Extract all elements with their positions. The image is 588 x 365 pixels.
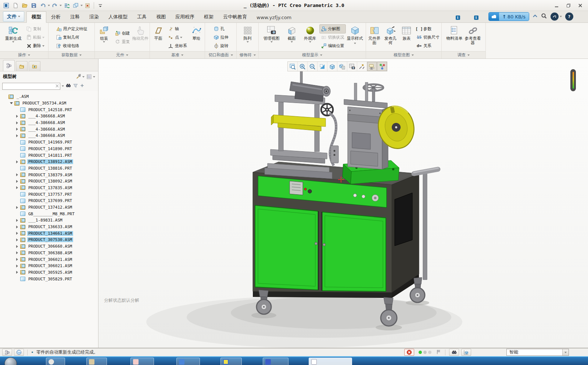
expand-arrow[interactable] — [9, 101, 14, 106]
tree-item[interactable]: PRODUCT_305829.PRT — [0, 276, 98, 282]
tree-item[interactable]: ___4-386668.ASM — [0, 126, 98, 132]
group-label-get-data[interactable]: 获取数据 — [49, 51, 94, 59]
group-label-component[interactable]: 元件 — [95, 51, 150, 59]
minimize-button[interactable] — [554, 3, 559, 8]
tree-item[interactable]: PRODUCT_137835.ASM — [0, 185, 98, 191]
tree-search-input[interactable] — [2, 83, 60, 90]
datum-axis-button[interactable]: 轴 — [166, 25, 188, 33]
expand-arrow[interactable] — [15, 153, 19, 157]
expand-arrow[interactable] — [15, 277, 19, 281]
tree-item[interactable]: PRODUCT_134661.ASM — [0, 230, 98, 237]
community-dropdown[interactable] — [560, 16, 562, 17]
favorites-tab[interactable] — [29, 61, 40, 71]
switch-windows-button[interactable] — [71, 1, 80, 10]
zoom-out-button[interactable] — [308, 62, 318, 71]
search-options-dropdown[interactable] — [62, 85, 64, 87]
tree-item[interactable]: ___4-386668.ASM — [0, 132, 98, 139]
tree-item[interactable]: ___1-89831.ASM — [0, 217, 98, 224]
bom-button[interactable]: i 物料清单 — [446, 24, 463, 51]
expand-arrow[interactable] — [15, 127, 19, 131]
customize-toolbar-button[interactable] — [96, 1, 105, 10]
saved-orientations-button[interactable] — [337, 62, 347, 71]
tree-item[interactable]: PRODUCT_141890.PRT — [0, 146, 98, 152]
toggle-navigator-button[interactable] — [2, 349, 12, 356]
expand-arrow[interactable] — [15, 199, 19, 203]
ribbon-tab[interactable]: 框架 — [199, 12, 218, 22]
expand-arrow[interactable] — [15, 134, 19, 138]
datum-point-button[interactable]: 点 — [166, 33, 188, 42]
tree-item[interactable]: PRODUCT_306660.ASM — [0, 243, 98, 250]
expand-arrow[interactable] — [15, 114, 19, 118]
spin-center-button[interactable] — [377, 62, 387, 71]
expand-arrow[interactable] — [15, 251, 19, 255]
taskbar-app-button[interactable] — [176, 358, 200, 365]
taskbar-app-button[interactable] — [309, 358, 352, 365]
expand-arrow[interactable] — [15, 107, 19, 112]
filter-dropdown-icon[interactable] — [562, 349, 569, 355]
group-label-datum[interactable]: 基准 — [150, 51, 205, 59]
redo-button[interactable] — [50, 1, 59, 10]
close-button[interactable] — [578, 3, 583, 8]
tree-item[interactable]: PRODUCT_306021.ASM — [0, 263, 98, 269]
tree-item[interactable]: PRODUCT_305925.ASM — [0, 269, 98, 276]
close-window-button[interactable] — [83, 1, 92, 10]
reference-viewer-button[interactable]: i 参考查看器 — [464, 24, 482, 51]
find-button[interactable] — [65, 83, 71, 89]
community-icon[interactable] — [551, 13, 559, 21]
view-manager-button[interactable] — [347, 62, 357, 71]
expand-arrow[interactable] — [15, 244, 19, 249]
repaint-button[interactable] — [318, 62, 327, 71]
datum-plane-button[interactable]: 平面 — [151, 24, 166, 51]
ribbon-tab[interactable]: 注释 — [65, 12, 85, 22]
tree-item[interactable]: PRODUCT_137699.PRT — [0, 198, 98, 204]
component-interface-button[interactable]: 元件界面 — [367, 24, 382, 51]
add-filter-button[interactable] — [80, 83, 85, 89]
model-tree-tab[interactable] — [3, 60, 15, 71]
ribbon-tab[interactable]: 人体模型 — [104, 12, 132, 22]
display-style-button[interactable]: 显示样式 — [346, 24, 364, 51]
taskbar-app-button[interactable] — [263, 358, 288, 365]
switch-windows-dropdown[interactable] — [80, 5, 83, 6]
regenerate-button[interactable]: 重新生成 — [3, 24, 24, 51]
expand-arrow[interactable] — [15, 218, 19, 223]
taskbar-app-button[interactable] — [86, 358, 107, 365]
delete-button[interactable]: 删除 — [25, 42, 46, 50]
undo-dropdown[interactable] — [48, 5, 50, 6]
copy-geometry-button[interactable]: 复制几何 — [55, 33, 89, 42]
redo-dropdown[interactable] — [60, 5, 62, 6]
manage-views-button[interactable]: 管理视图 — [261, 24, 282, 51]
graphics-area[interactable]: 分解状态默认分解 — [98, 59, 588, 348]
toggle-browser-button[interactable] — [14, 349, 24, 356]
edit-position-button[interactable]: 编辑位置 — [320, 42, 345, 50]
search-model-button[interactable] — [449, 349, 459, 356]
ribbon-tab[interactable]: 分析 — [46, 12, 65, 22]
ribbon-tab[interactable]: 工具 — [132, 12, 151, 22]
tree-item[interactable]: PRODUCT_137412.ASM — [0, 204, 98, 211]
new-file-button[interactable] — [11, 1, 20, 10]
expand-arrow[interactable] — [15, 121, 19, 125]
group-label-investigate[interactable]: 调查 — [442, 51, 485, 59]
refit-button[interactable] — [288, 62, 298, 71]
taskbar-app-button[interactable] — [130, 358, 154, 365]
display-style-toggle-button[interactable] — [327, 62, 337, 71]
shrinkwrap-button[interactable]: 收缩包络 — [55, 42, 89, 50]
tree-item[interactable]: _.ASM — [0, 93, 98, 100]
expand-arrow[interactable] — [15, 146, 19, 151]
group-label-operations[interactable]: 操作 — [0, 51, 48, 59]
tree-item[interactable]: ___4-386668.ASM — [0, 113, 98, 120]
search-button[interactable] — [541, 13, 547, 20]
tree-item[interactable]: PRODUCT_306388.ASM — [0, 250, 98, 256]
ribbon-tab[interactable]: www.yzfjy.com — [252, 13, 296, 22]
save-button[interactable] — [29, 1, 38, 10]
tree-item[interactable]: PRODUCT_138912.ASM — [0, 159, 98, 165]
filter-button[interactable] — [73, 83, 78, 89]
expand-arrow[interactable] — [15, 185, 19, 190]
family-table-button[interactable]: 族表 — [399, 24, 414, 51]
datum-display-filters-button[interactable] — [357, 62, 367, 71]
expand-arrow[interactable] — [15, 179, 19, 184]
expand-arrow[interactable] — [15, 140, 19, 145]
hole-button[interactable]: 孔 — [212, 25, 230, 33]
group-label-model-display[interactable]: 模型显示 — [259, 51, 366, 59]
datum-csys-button[interactable]: 坐标系 — [166, 42, 188, 50]
net-speed-widget[interactable]: ↑80 KB/s — [488, 12, 529, 21]
